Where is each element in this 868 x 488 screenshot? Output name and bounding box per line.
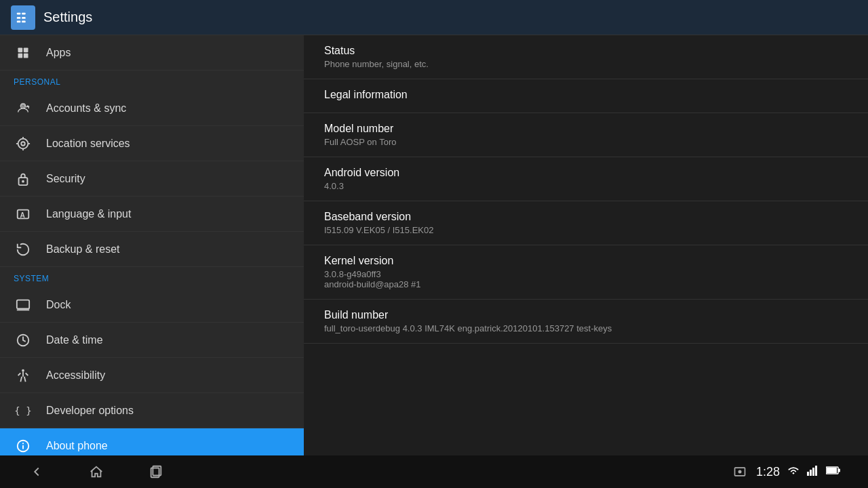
legal-title: Legal information xyxy=(324,89,848,101)
baseband-subtitle: I515.09 V.EK05 / I515.EK02 xyxy=(324,225,848,235)
developer-label: Developer options xyxy=(46,405,134,417)
developer-icon: { } xyxy=(14,401,33,420)
svg-rect-1 xyxy=(22,12,26,14)
security-icon xyxy=(14,169,33,188)
main-layout: Apps PERSONAL Accounts & sync xyxy=(0,35,868,455)
topbar: Settings xyxy=(0,0,868,35)
status-title: Status xyxy=(324,45,848,57)
sidebar-item-apps[interactable]: Apps xyxy=(0,35,304,70)
sidebar: Apps PERSONAL Accounts & sync xyxy=(0,35,304,455)
content-row-legal[interactable]: Legal information xyxy=(304,79,868,113)
svg-point-11 xyxy=(21,142,25,146)
settings-app-icon xyxy=(11,5,35,30)
svg-text:A: A xyxy=(20,211,25,218)
svg-rect-6 xyxy=(18,47,23,52)
svg-rect-32 xyxy=(807,472,809,476)
build-title: Build number xyxy=(324,309,848,321)
sidebar-item-location[interactable]: Location services xyxy=(0,126,304,161)
svg-rect-9 xyxy=(24,53,28,58)
wifi-icon xyxy=(787,465,800,479)
dock-icon xyxy=(14,296,33,314)
backup-label: Backup & reset xyxy=(46,243,120,256)
accounts-icon xyxy=(14,99,33,118)
nav-buttons xyxy=(27,462,165,481)
home-button[interactable] xyxy=(87,462,106,481)
about-icon xyxy=(14,436,33,455)
language-icon: A xyxy=(14,205,33,224)
model-title: Model number xyxy=(324,123,848,135)
navbar: 1:28 xyxy=(0,455,868,488)
svg-point-23 xyxy=(22,369,24,371)
sidebar-item-datetime[interactable]: Date & time xyxy=(0,323,304,358)
sidebar-item-language[interactable]: A Language & input xyxy=(0,197,304,232)
status-bar: 1:28 xyxy=(730,462,841,481)
svg-rect-7 xyxy=(24,47,28,52)
location-label: Location services xyxy=(46,138,130,150)
svg-rect-37 xyxy=(827,468,837,473)
svg-point-10 xyxy=(18,138,28,148)
svg-rect-3 xyxy=(17,20,21,22)
dock-label: Dock xyxy=(46,299,71,311)
content-row-model[interactable]: Model number Full AOSP on Toro xyxy=(304,113,868,157)
battery-icon xyxy=(826,466,841,478)
recent-button[interactable] xyxy=(146,462,165,481)
system-section-header: SYSTEM xyxy=(0,267,304,287)
sidebar-item-dock[interactable]: Dock xyxy=(0,287,304,323)
svg-rect-35 xyxy=(815,466,817,476)
accounts-label: Accounts & sync xyxy=(46,102,126,115)
content-row-kernel[interactable]: Kernel version 3.0.8-g49a0ff3 android-bu… xyxy=(304,245,868,300)
content-row-build[interactable]: Build number full_toro-userdebug 4.0.3 I… xyxy=(304,300,868,344)
svg-rect-5 xyxy=(17,17,21,19)
sidebar-item-accessibility[interactable]: Accessibility xyxy=(0,358,304,393)
android-title: Android version xyxy=(324,167,848,179)
svg-rect-20 xyxy=(17,300,29,308)
sidebar-item-developer[interactable]: { } Developer options xyxy=(0,393,304,428)
apps-icon xyxy=(14,43,33,62)
kernel-title: Kernel version xyxy=(324,255,848,267)
accessibility-label: Accessibility xyxy=(46,369,105,382)
location-icon xyxy=(14,134,33,153)
build-subtitle: full_toro-userdebug 4.0.3 IML74K eng.pat… xyxy=(324,323,848,333)
svg-point-31 xyxy=(738,470,741,474)
language-label: Language & input xyxy=(46,208,131,220)
baseband-title: Baseband version xyxy=(324,211,848,223)
svg-point-27 xyxy=(23,443,24,443)
sidebar-item-about[interactable]: About phone xyxy=(0,428,304,455)
signal-icon xyxy=(807,465,819,479)
svg-rect-33 xyxy=(810,470,812,476)
sidebar-item-accounts[interactable]: Accounts & sync xyxy=(0,91,304,126)
svg-rect-4 xyxy=(22,20,26,22)
back-button[interactable] xyxy=(27,462,46,481)
screenshot-icon xyxy=(730,462,749,481)
security-label: Security xyxy=(46,173,85,185)
backup-icon xyxy=(14,240,33,259)
svg-rect-34 xyxy=(812,468,814,476)
apps-label: Apps xyxy=(46,47,71,59)
svg-rect-0 xyxy=(17,12,21,14)
android-subtitle: 4.0.3 xyxy=(324,181,848,191)
about-label: About phone xyxy=(46,440,108,452)
sidebar-item-backup[interactable]: Backup & reset xyxy=(0,232,304,267)
kernel-subtitle: 3.0.8-g49a0ff3 android-build@apa28 #1 xyxy=(324,269,848,289)
content-panel: Status Phone number, signal, etc. Legal … xyxy=(304,35,868,455)
model-subtitle: Full AOSP on Toro xyxy=(324,137,848,147)
personal-section-header: PERSONAL xyxy=(0,70,304,91)
svg-rect-8 xyxy=(18,53,23,58)
svg-rect-2 xyxy=(22,17,26,19)
sidebar-item-security[interactable]: Security xyxy=(0,161,304,197)
datetime-label: Date & time xyxy=(46,334,103,346)
accessibility-icon xyxy=(14,366,33,385)
content-row-status[interactable]: Status Phone number, signal, etc. xyxy=(304,35,868,79)
svg-rect-38 xyxy=(838,469,840,472)
content-row-android[interactable]: Android version 4.0.3 xyxy=(304,157,868,201)
content-row-baseband[interactable]: Baseband version I515.09 V.EK05 / I515.E… xyxy=(304,201,868,245)
page-title: Settings xyxy=(43,9,92,25)
datetime-icon xyxy=(14,331,33,350)
svg-point-17 xyxy=(22,180,24,182)
clock-display: 1:28 xyxy=(756,465,780,479)
status-subtitle: Phone number, signal, etc. xyxy=(324,59,848,69)
